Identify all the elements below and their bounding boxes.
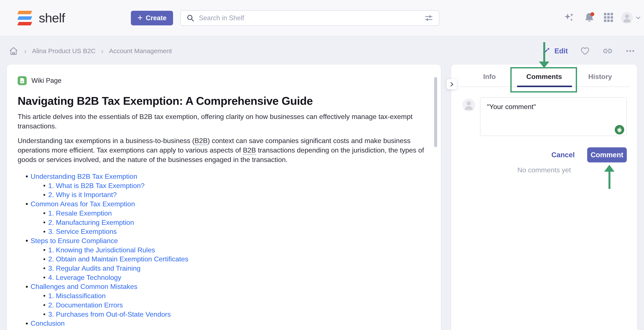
ai-assistant-robot-icon[interactable] — [615, 125, 624, 134]
content-type-row: w Wiki Page — [18, 76, 62, 85]
toc-link[interactable]: 3. Service Exemptions — [48, 228, 117, 235]
toc-item: Challenges and Common Mistakes — [18, 282, 188, 291]
search-icon — [186, 14, 194, 22]
toc-link[interactable]: Conclusion — [30, 320, 64, 327]
edit-label: Edit — [554, 47, 568, 55]
toc-item: 2. Manufacturing Exemption — [18, 218, 188, 227]
toc-item: 3. Purchases from Out-of-State Vendors — [18, 310, 188, 319]
toc-item: Steps to Ensure Compliance — [18, 236, 188, 246]
topbar: shelf + Create — [0, 0, 644, 36]
composer-actions: Cancel Comment — [480, 147, 627, 162]
logo-bar-red — [17, 22, 32, 25]
article-paragraph-2: Understanding tax exemptions in a busine… — [18, 136, 426, 164]
search-bar[interactable] — [180, 10, 439, 26]
breadcrumb-item-folder[interactable]: Account Management — [109, 47, 172, 55]
commenter-avatar — [462, 98, 475, 111]
breadcrumb-item-library[interactable]: Alina Product US B2C — [32, 47, 96, 55]
toc-link[interactable]: 2. Manufacturing Exemption — [48, 219, 134, 226]
comment-input[interactable]: "Your comment" — [480, 98, 626, 136]
toc-link[interactable]: 4. Leverage Technology — [48, 274, 121, 281]
svg-text:w: w — [21, 80, 23, 83]
notifications-bell-icon[interactable] — [583, 11, 595, 24]
tab-info[interactable]: Info — [483, 73, 496, 81]
paragraph-text: Understanding tax exemptions in a busine… — [18, 137, 194, 145]
toc-item: 1. Knowing the Jurisdictional Rules — [18, 246, 188, 255]
search-filters-icon[interactable] — [424, 13, 433, 22]
toc-item: 2. Why is it Important? — [18, 190, 188, 199]
shelf-logo[interactable]: shelf — [18, 8, 65, 28]
search-input[interactable] — [199, 14, 424, 22]
tab-comments[interactable]: Comments — [526, 73, 562, 81]
home-icon[interactable] — [8, 46, 18, 56]
logo-bar-blue — [17, 16, 32, 20]
toc-item: 1. Misclassification — [18, 291, 188, 301]
toc-item: Understanding B2B Tax Exemption — [18, 172, 188, 181]
shelf-app-screen: shelf + Create — [0, 0, 644, 330]
glossary-term-b2b[interactable]: B2B — [194, 137, 208, 145]
create-button[interactable]: + Create — [131, 11, 173, 25]
apps-grid-icon[interactable] — [604, 12, 614, 23]
toc-item: 4. Leverage Technology — [18, 273, 188, 282]
active-tab-indicator — [517, 86, 572, 87]
toc-link[interactable]: 1. What is B2B Tax Exemption? — [48, 182, 145, 190]
tab-history[interactable]: History — [588, 73, 612, 81]
breadcrumb-separator: › — [24, 47, 26, 55]
toc-item: 1. Resale Exemption — [18, 209, 188, 218]
toc-link[interactable]: Steps to Ensure Compliance — [30, 237, 118, 245]
plus-icon: + — [137, 13, 143, 22]
toc-link[interactable]: 3. Purchases from Out-of-State Vendors — [48, 311, 171, 318]
comment-submit-button[interactable]: Comment — [587, 147, 627, 162]
toc-item: 3. Service Exemptions — [18, 227, 188, 236]
toc-item: 2. Obtain and Maintain Exemption Certifi… — [18, 255, 188, 264]
toc-link[interactable]: Challenges and Common Mistakes — [30, 283, 137, 291]
toc-link[interactable]: 2. Obtain and Maintain Exemption Certifi… — [48, 255, 188, 263]
wiki-page-icon: w — [18, 76, 27, 85]
toc-link[interactable]: 2. Why is it Important? — [48, 191, 117, 199]
shelf-logo-icon — [18, 8, 35, 28]
favorite-heart-icon[interactable] — [580, 46, 590, 56]
table-of-contents: Understanding B2B Tax Exemption 1. What … — [18, 172, 188, 328]
side-panel-tabs: Info Comments History — [451, 71, 637, 87]
page-actions: Edit — [542, 36, 636, 65]
toc-item: Conclusion — [18, 319, 188, 328]
toc-item: 3. Regular Audits and Training — [18, 264, 188, 273]
no-comments-message: No comments yet — [451, 166, 637, 174]
toc-link[interactable]: 2. Documentation Errors — [48, 301, 123, 309]
article-scrollbar[interactable] — [434, 77, 437, 147]
toc-item: 1. What is B2B Tax Exemption? — [18, 181, 188, 190]
toc-link[interactable]: 1. Knowing the Jurisdictional Rules — [48, 246, 155, 254]
breadcrumb: › Alina Product US B2C › Account Managem… — [8, 36, 172, 65]
comment-input-box: "Your comment" — [480, 97, 627, 136]
user-menu[interactable] — [621, 12, 642, 24]
toc-link[interactable]: 1. Misclassification — [48, 292, 106, 300]
logo-wordmark: shelf — [39, 8, 65, 28]
toc-link[interactable]: Common Areas for Tax Exemption — [30, 200, 135, 208]
chevron-down-icon — [635, 15, 642, 21]
copy-link-icon[interactable] — [602, 46, 613, 56]
breadcrumb-row: › Alina Product US B2C › Account Managem… — [0, 36, 644, 65]
toc-item: Common Areas for Tax Exemption — [18, 199, 188, 209]
logo-bar-orange — [17, 11, 32, 14]
content-type-label: Wiki Page — [32, 77, 62, 84]
cancel-button[interactable]: Cancel — [552, 151, 575, 159]
more-options-icon[interactable] — [625, 46, 636, 56]
edit-button[interactable]: Edit — [542, 46, 568, 55]
toc-link[interactable]: Understanding B2B Tax Exemption — [30, 173, 137, 180]
breadcrumb-separator: › — [101, 47, 104, 55]
toc-link[interactable]: 3. Regular Audits and Training — [48, 264, 140, 272]
page-title: Navigating B2B Tax Exemption: A Comprehe… — [18, 94, 426, 108]
article-paragraph-1: This article delves into the essentials … — [18, 112, 426, 131]
toc-link[interactable]: 1. Resale Exemption — [48, 209, 112, 217]
avatar — [621, 12, 633, 24]
toc-item: 2. Documentation Errors — [18, 301, 188, 310]
ai-sparkles-icon[interactable] — [564, 12, 575, 24]
glossary-term-b2b[interactable]: B2B — [243, 146, 256, 155]
